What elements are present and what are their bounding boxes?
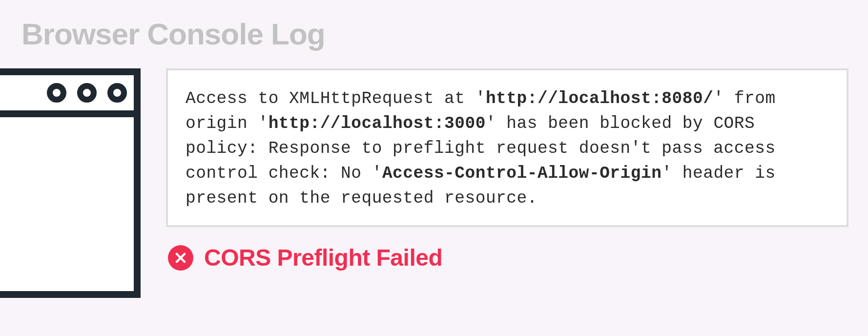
console-bold-url: http://localhost:8080/ — [486, 89, 713, 108]
error-status: CORS Preflight Failed — [168, 244, 442, 271]
window-control-dot — [47, 83, 66, 103]
console-bold-header: Access-Control-Allow-Origin — [382, 164, 662, 183]
error-status-label: CORS Preflight Failed — [204, 244, 442, 271]
console-error-message: Access to XMLHttpRequest at 'http://loca… — [186, 86, 829, 210]
browser-window-illustration — [0, 68, 141, 298]
console-log-panel: Access to XMLHttpRequest at 'http://loca… — [166, 68, 848, 227]
section-title: Browser Console Log — [21, 17, 325, 51]
error-x-icon — [168, 245, 193, 271]
console-bold-url: http://localhost:3000 — [269, 114, 486, 133]
window-control-dot — [77, 83, 97, 103]
window-control-dot — [107, 83, 127, 103]
console-text-segment: Access to XMLHttpRequest at ' — [186, 89, 486, 108]
browser-titlebar — [0, 75, 134, 117]
